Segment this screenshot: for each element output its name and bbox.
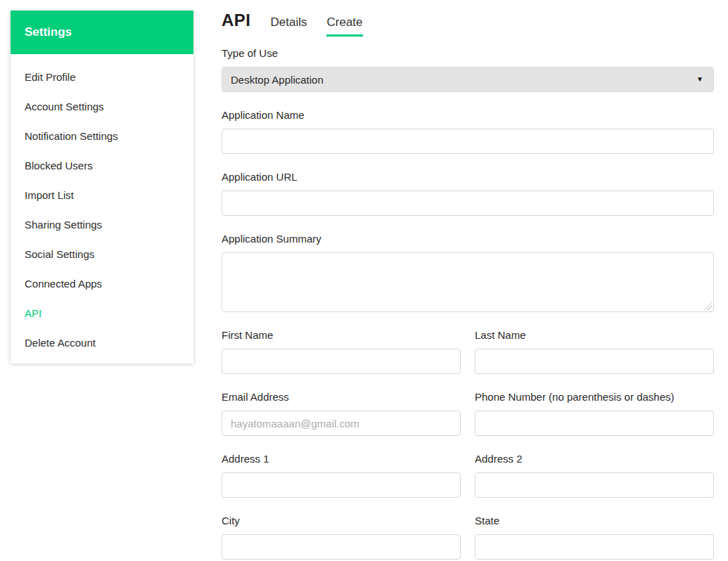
- sidebar-item-delete-account[interactable]: Delete Account: [11, 328, 193, 358]
- email-group: Email Address: [222, 390, 461, 436]
- type-of-use-label: Type of Use: [222, 46, 714, 60]
- sidebar-header: Settings: [11, 11, 193, 54]
- last-name-input[interactable]: [475, 349, 714, 374]
- city-state-row: City State: [222, 514, 714, 560]
- type-of-use-group: Type of Use Desktop Application ▼: [222, 46, 714, 92]
- chevron-down-icon: ▼: [696, 76, 703, 83]
- state-input[interactable]: [475, 534, 714, 560]
- page-header: API Details Create: [222, 11, 714, 37]
- state-label: State: [475, 514, 714, 528]
- settings-sidebar: Settings Edit Profile Account Settings N…: [11, 11, 193, 363]
- last-name-group: Last Name: [475, 328, 714, 374]
- api-tabs: Details Create: [271, 15, 383, 37]
- application-url-group: Application URL: [222, 170, 714, 216]
- tab-details[interactable]: Details: [271, 15, 307, 37]
- sidebar-title: Settings: [25, 25, 72, 39]
- sidebar-item-api[interactable]: API: [11, 299, 193, 328]
- application-name-group: Application Name: [222, 108, 714, 154]
- create-api-form: Type of Use Desktop Application ▼ Applic…: [222, 46, 714, 560]
- sidebar-item-import-list[interactable]: Import List: [11, 181, 193, 210]
- city-input[interactable]: [222, 534, 461, 560]
- address1-input[interactable]: [222, 472, 461, 498]
- application-summary-label: Application Summary: [222, 232, 714, 246]
- email-field[interactable]: [222, 411, 461, 436]
- phone-group: Phone Number (no parenthesis or dashes): [475, 390, 714, 436]
- address2-group: Address 2: [475, 452, 714, 498]
- sidebar-item-blocked-users[interactable]: Blocked Users: [11, 151, 193, 181]
- type-of-use-select[interactable]: Desktop Application ▼: [222, 67, 714, 92]
- application-name-input[interactable]: [222, 129, 714, 154]
- application-url-label: Application URL: [222, 170, 714, 184]
- address2-label: Address 2: [475, 452, 714, 466]
- name-row: First Name Last Name: [222, 328, 714, 374]
- application-name-label: Application Name: [222, 108, 714, 122]
- sidebar-list: Edit Profile Account Settings Notificati…: [11, 54, 193, 358]
- address-row: Address 1 Address 2: [222, 452, 714, 498]
- sidebar-item-connected-apps[interactable]: Connected Apps: [11, 269, 193, 299]
- state-group: State: [475, 514, 714, 560]
- first-name-group: First Name: [222, 328, 461, 374]
- city-group: City: [222, 514, 461, 560]
- sidebar-item-notification-settings[interactable]: Notification Settings: [11, 122, 193, 151]
- first-name-label: First Name: [222, 328, 461, 342]
- page-title: API: [222, 11, 251, 30]
- sidebar-item-account-settings[interactable]: Account Settings: [11, 92, 193, 122]
- address2-input[interactable]: [475, 472, 714, 498]
- sidebar-item-edit-profile[interactable]: Edit Profile: [11, 63, 193, 92]
- phone-label: Phone Number (no parenthesis or dashes): [475, 390, 714, 404]
- contact-row: Email Address Phone Number (no parenthes…: [222, 390, 714, 436]
- application-summary-group: Application Summary: [222, 232, 714, 312]
- last-name-label: Last Name: [475, 328, 714, 342]
- address1-label: Address 1: [222, 452, 461, 466]
- phone-input[interactable]: [475, 411, 714, 436]
- city-label: City: [222, 514, 461, 528]
- tab-create[interactable]: Create: [326, 15, 362, 37]
- application-summary-textarea[interactable]: [222, 252, 714, 312]
- sidebar-item-social-settings[interactable]: Social Settings: [11, 240, 193, 269]
- api-settings-main: API Details Create Type of Use Desktop A…: [222, 11, 714, 561]
- type-of-use-selected-value: Desktop Application: [231, 74, 324, 86]
- address1-group: Address 1: [222, 452, 461, 498]
- sidebar-item-sharing-settings[interactable]: Sharing Settings: [11, 210, 193, 240]
- application-url-input[interactable]: [222, 191, 714, 216]
- email-label: Email Address: [222, 390, 461, 404]
- first-name-input[interactable]: [222, 349, 461, 374]
